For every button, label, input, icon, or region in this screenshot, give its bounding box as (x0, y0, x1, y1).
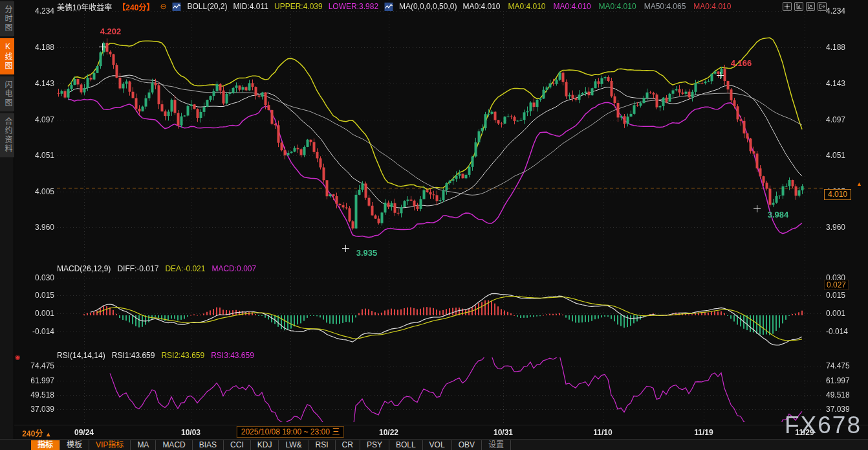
toolbar-item[interactable]: MACD (156, 440, 192, 450)
toolbar-item[interactable]: 模板 (60, 440, 89, 450)
date-tick: 09/24 (74, 428, 94, 437)
macd-tick: 0.030 (18, 273, 54, 282)
period-label: 【240分】 (118, 1, 154, 12)
price-tick: 4.143 (826, 79, 865, 88)
rsi-tick: 49.518 (826, 390, 865, 399)
rsi2-value: RSI2:43.659 (161, 351, 204, 360)
sidebar-tab[interactable]: K线图 (0, 38, 14, 74)
chart-header: 美债10年收益率 【240分】 ⊖ BOLL(20,2) MID:4.011 U… (57, 1, 731, 12)
toolbar-item[interactable]: LW& (279, 440, 309, 450)
date-tick: 10/03 (181, 428, 201, 437)
bar-time-tooltip: 2025/10/08 19:00 ~ 23:00 三 (237, 426, 344, 438)
ma-label: MA(0,0,0,0,50,0) (399, 2, 457, 11)
rsi-tick: 49.518 (18, 390, 54, 399)
current-price-tag: 4.010 (824, 189, 851, 200)
toolbar-item[interactable]: KDJ (251, 440, 279, 450)
macd-diff: DIFF:-0.017 (117, 264, 158, 273)
boll-label: BOLL(20,2) (187, 2, 227, 11)
indicator-toolbar: 指标模板VIP指标MAMACDBIASCCIKDJLW&RSICRPSYBOLL… (0, 439, 868, 450)
circle-minus-icon[interactable]: ⊖ (160, 3, 166, 11)
toolbar-item[interactable]: MA (131, 440, 156, 450)
sidebar-tab[interactable]: 闪电图 (0, 76, 14, 111)
rsi-header: RSI(14,14,14) RSI1:43.659 RSI2:43.659 RS… (57, 351, 254, 360)
instrument-title: 美债10年收益率 (57, 1, 112, 12)
macd-tick: 0.001 (826, 309, 865, 318)
price-tick: 4.097 (18, 115, 54, 124)
scale-y-icon[interactable] (794, 2, 803, 11)
toolbar-item[interactable]: CCI (224, 440, 251, 450)
price-annotation: 4.166 (731, 58, 752, 68)
toolbar-item[interactable]: OBV (452, 440, 482, 450)
price-arrow-icon: ▲ (856, 181, 862, 187)
macd-tick: -0.014 (826, 327, 865, 336)
toolbar-item[interactable]: VOL (423, 440, 452, 450)
x-axis-row (0, 425, 868, 440)
ma-indicator-icon[interactable] (384, 3, 393, 11)
exit-icon[interactable] (818, 2, 827, 11)
period-selector[interactable]: 240分 ▲ (13, 427, 61, 440)
toolbar-item[interactable]: RSI (309, 440, 336, 450)
macd-dea: DEA:-0.021 (165, 264, 205, 273)
toolbar-item[interactable]: PSY (360, 440, 389, 450)
ma-value: MA0:4.010 (693, 2, 731, 11)
price-tick: 4.188 (826, 43, 865, 52)
price-tick: 4.188 (18, 43, 54, 52)
date-tick: 11/10 (593, 428, 612, 437)
toolbar-item[interactable]: 指标 (31, 440, 60, 450)
rsi-tick: 37.039 (18, 405, 54, 414)
macd-tick: -0.014 (18, 327, 54, 336)
boll-upper: UPPER:4.039 (274, 2, 323, 11)
ma-value: MA50:4.065 (644, 2, 686, 11)
price-tick: 4.097 (826, 115, 865, 124)
price-tick: 4.005 (18, 187, 54, 196)
sidebar-tab[interactable]: 合约资料 (0, 113, 14, 157)
rsi3-value: RSI3:43.659 (211, 351, 254, 360)
rsi-label: RSI(14,14,14) (57, 351, 105, 360)
price-annotation: 3.935 (356, 248, 378, 258)
price-tick: 3.960 (826, 223, 865, 232)
rsi-tick: 61.997 (18, 376, 54, 385)
toolbar-item[interactable]: 设置 (482, 440, 511, 450)
sidebar-tab[interactable]: 分时图 (0, 1, 14, 36)
date-tick: 10/22 (379, 428, 398, 437)
price-tick: 3.960 (18, 223, 54, 232)
toolbar-item[interactable]: BIAS (193, 440, 224, 450)
rsi-tick: 74.475 (826, 361, 865, 370)
ma-value: MA0:4.010 (599, 2, 636, 11)
scale-x-icon[interactable] (806, 2, 815, 11)
macd-macd: MACD:0.007 (212, 264, 256, 273)
price-tick: 4.051 (18, 151, 54, 160)
ma-value: MA0:4.010 (554, 2, 591, 11)
boll-mid: MID:4.011 (233, 2, 268, 11)
period-text: 240分 (22, 429, 43, 438)
sidebar: 分时图 K线图 闪电图 合约资料 (0, 0, 14, 439)
price-tick: 4.234 (826, 6, 865, 16)
rsi-marker-icon: ◉ (15, 354, 21, 361)
ma-value: MA0:4.010 (462, 2, 500, 11)
pan-icon[interactable] (783, 2, 792, 11)
price-annotation: 4.202 (100, 27, 122, 36)
rsi-tick: 74.475 (18, 361, 54, 370)
boll-indicator-icon[interactable] (172, 3, 181, 11)
rsi-tick: 61.997 (826, 376, 865, 385)
period-arrow-icon: ▲ (45, 431, 52, 438)
toolbar-item[interactable]: BOLL (389, 440, 423, 450)
macd-tick: 0.015 (18, 291, 54, 300)
toolbar-item[interactable]: VIP指标 (89, 440, 131, 450)
ma-value: MA0:4.010 (508, 2, 546, 11)
price-annotation: 3.984 (768, 210, 789, 219)
macd-value-tag: 0.027 (824, 280, 849, 290)
macd-tick: 0.001 (18, 309, 54, 318)
watermark: FX678 (785, 412, 862, 439)
price-tick: 4.234 (18, 6, 54, 16)
price-tick: 4.143 (18, 79, 54, 88)
macd-label: MACD(26,12,9) (57, 264, 111, 273)
window-icons (783, 2, 827, 11)
date-tick: 10/31 (494, 428, 513, 437)
boll-lower: LOWER:3.982 (329, 2, 378, 11)
date-tick: 11/19 (694, 428, 713, 437)
price-tick: 4.051 (826, 151, 865, 160)
macd-header: MACD(26,12,9) DIFF:-0.017 DEA:-0.021 MAC… (57, 264, 256, 273)
toolbar-item[interactable]: CR (336, 440, 360, 450)
rsi1-value: RSI1:43.659 (112, 351, 155, 360)
